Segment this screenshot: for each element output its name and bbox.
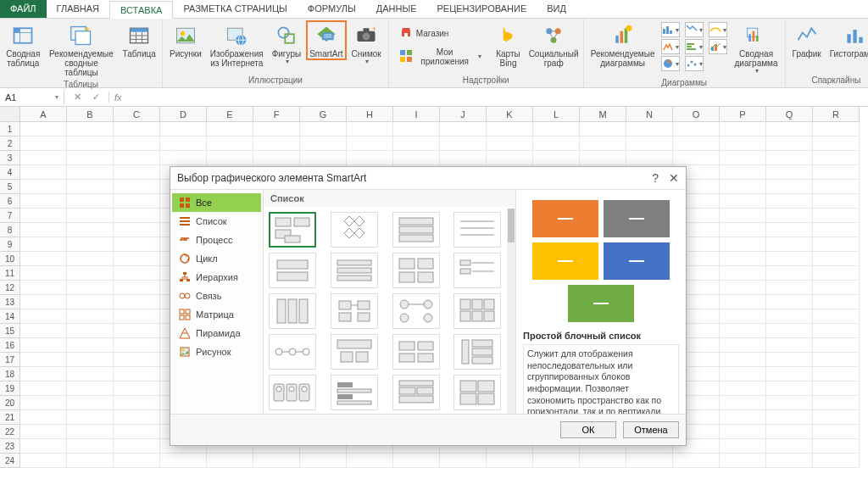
chart-bar-button[interactable]: ▾ <box>685 22 704 37</box>
cell[interactable] <box>720 425 766 439</box>
row-header[interactable]: 15 <box>0 324 20 338</box>
gallery-thumb[interactable] <box>392 293 440 329</box>
cell[interactable] <box>766 223 813 237</box>
cell[interactable] <box>673 151 720 165</box>
ok-button[interactable]: ОК <box>560 421 616 438</box>
cell[interactable] <box>20 324 67 338</box>
cell[interactable] <box>67 381 114 396</box>
cell[interactable] <box>813 338 860 353</box>
cell[interactable] <box>114 122 160 136</box>
cell[interactable] <box>533 151 580 165</box>
cell[interactable] <box>626 454 673 468</box>
row-header[interactable]: 2 <box>0 136 20 151</box>
cell[interactable] <box>160 136 207 151</box>
cell[interactable] <box>20 367 67 381</box>
cell[interactable] <box>160 122 207 136</box>
tab-formulas[interactable]: ФОРМУЛЫ <box>298 0 366 18</box>
gallery-thumb[interactable] <box>269 212 316 248</box>
cell[interactable] <box>114 180 160 194</box>
row-header[interactable]: 6 <box>0 194 20 209</box>
sidebar-item-Процесс[interactable]: Процесс <box>172 231 261 249</box>
cell[interactable] <box>766 454 813 468</box>
cell[interactable] <box>766 410 813 425</box>
cell[interactable] <box>766 381 813 396</box>
column-header[interactable]: O <box>673 107 720 122</box>
column-header[interactable]: A <box>20 107 67 122</box>
cell[interactable] <box>114 367 160 381</box>
cell[interactable] <box>207 151 253 165</box>
cell[interactable] <box>347 151 393 165</box>
cell[interactable] <box>720 122 766 136</box>
cell[interactable] <box>67 252 114 266</box>
cell[interactable] <box>626 136 673 151</box>
cancel-formula-button[interactable]: ✕ <box>70 92 85 103</box>
row-header[interactable]: 16 <box>0 338 20 353</box>
cell[interactable] <box>766 338 813 353</box>
row-header[interactable]: 20 <box>0 396 20 410</box>
cell[interactable] <box>580 454 626 468</box>
cell[interactable] <box>440 122 487 136</box>
shapes-button[interactable]: Фигуры▾ <box>269 20 304 68</box>
chart-radar-button[interactable]: ▾ <box>709 39 727 54</box>
name-box[interactable]: A1▾ <box>0 91 64 104</box>
cell[interactable] <box>207 454 253 468</box>
cell[interactable] <box>720 252 766 266</box>
cell[interactable] <box>813 367 860 381</box>
cell[interactable] <box>114 454 160 468</box>
cell[interactable] <box>160 151 207 165</box>
cell[interactable] <box>766 165 813 180</box>
column-header[interactable]: N <box>626 107 673 122</box>
row-header[interactable]: 1 <box>0 122 20 136</box>
cell[interactable] <box>766 136 813 151</box>
column-header[interactable]: G <box>300 107 347 122</box>
column-header[interactable]: R <box>813 107 860 122</box>
cell[interactable] <box>393 122 440 136</box>
column-header[interactable]: P <box>720 107 766 122</box>
sparkline-line-button[interactable]: График <box>789 20 825 60</box>
gallery-thumb[interactable] <box>453 212 501 248</box>
store-button[interactable]: Магазин <box>396 24 486 42</box>
cell[interactable] <box>20 180 67 194</box>
cell[interactable] <box>393 136 440 151</box>
cell[interactable] <box>20 381 67 396</box>
column-header[interactable]: E <box>207 107 253 122</box>
cell[interactable] <box>114 425 160 439</box>
cell[interactable] <box>300 136 347 151</box>
cell[interactable] <box>720 209 766 223</box>
pivot-table-button[interactable]: Сводная таблица <box>3 20 43 70</box>
row-header[interactable]: 19 <box>0 381 20 396</box>
cell[interactable] <box>626 122 673 136</box>
cell[interactable] <box>67 165 114 180</box>
cell[interactable] <box>766 353 813 367</box>
select-all-corner[interactable] <box>0 107 20 122</box>
cell[interactable] <box>440 136 487 151</box>
cell[interactable] <box>207 136 253 151</box>
sidebar-item-Матрица[interactable]: Матрица <box>172 305 261 324</box>
row-header[interactable]: 24 <box>0 454 20 468</box>
row-header[interactable]: 12 <box>0 281 20 295</box>
cell[interactable] <box>720 223 766 237</box>
sidebar-item-Цикл[interactable]: Цикл <box>172 249 261 268</box>
social-graph-button[interactable]: Социальный граф <box>527 20 579 70</box>
cell[interactable] <box>813 425 860 439</box>
cell[interactable] <box>160 454 207 468</box>
gallery-thumb[interactable] <box>269 293 316 329</box>
cell[interactable] <box>114 353 160 367</box>
cell[interactable] <box>720 266 766 281</box>
cell[interactable] <box>67 122 114 136</box>
row-header[interactable]: 7 <box>0 209 20 223</box>
gallery-thumb[interactable] <box>269 334 316 370</box>
cell[interactable] <box>766 194 813 209</box>
cell[interactable] <box>114 439 160 454</box>
sidebar-item-Рисунок[interactable]: Рисунок <box>172 342 261 361</box>
cell[interactable] <box>813 324 860 338</box>
cell[interactable] <box>720 295 766 309</box>
cell[interactable] <box>580 122 626 136</box>
cell[interactable] <box>114 281 160 295</box>
cancel-button[interactable]: Отмена <box>623 421 679 438</box>
cell[interactable] <box>67 237 114 252</box>
column-header[interactable]: B <box>67 107 114 122</box>
cell[interactable] <box>114 151 160 165</box>
tab-file[interactable]: ФАЙЛ <box>0 0 47 18</box>
cell[interactable] <box>114 237 160 252</box>
